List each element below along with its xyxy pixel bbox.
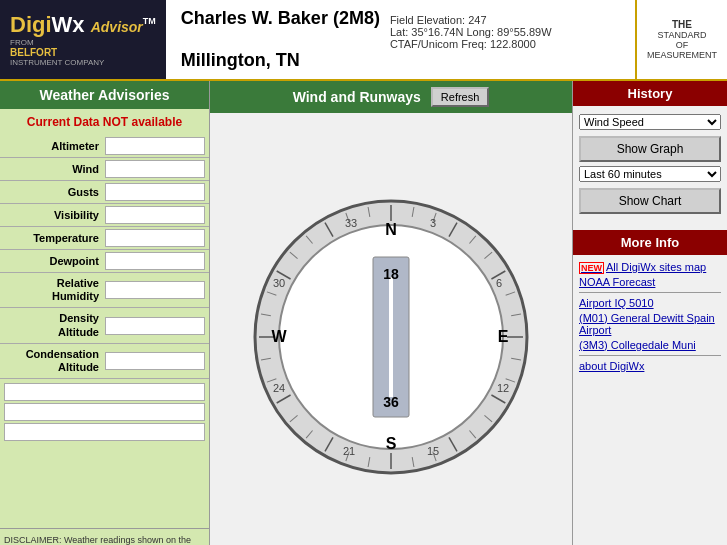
temperature-value	[105, 229, 205, 247]
main-layout: Weather Advisories Current Data NOT avai…	[0, 81, 727, 545]
gusts-label: Gusts	[0, 182, 105, 202]
logo-advisor: Advisor	[91, 19, 143, 35]
wind-runways-panel: Wind and Runways Refresh	[210, 81, 572, 545]
compass-num-3: 3	[430, 217, 436, 229]
wind-speed-select[interactable]: Wind Speed Altimeter Temperature Dewpoin…	[579, 114, 721, 130]
collegedale-link[interactable]: (3M3) Collegedale Muni	[579, 339, 721, 351]
compass: N S E W 33 3 6 12 15 21 24 30	[251, 197, 531, 477]
compass-west-label: W	[271, 328, 287, 345]
compass-south-label: S	[386, 435, 397, 452]
altimeter-label: Altimeter	[0, 136, 105, 156]
compass-svg: N S E W 33 3 6 12 15 21 24 30	[251, 197, 531, 477]
density-altitude-row: DensityAltitude	[0, 308, 209, 343]
altimeter-row: Altimeter	[0, 135, 209, 158]
condensation-altitude-row: CondensationAltitude	[0, 344, 209, 379]
history-section: Wind Speed Altimeter Temperature Dewpoin…	[573, 106, 727, 226]
condensation-altitude-label: CondensationAltitude	[0, 344, 105, 378]
humidity-value	[105, 281, 205, 299]
compass-num-30: 30	[273, 277, 285, 289]
sidebar-line-1	[4, 383, 205, 401]
logo-instrument: INSTRUMENT COMPANY	[10, 58, 156, 67]
history-title: History	[573, 81, 727, 106]
logo-wx: Wx	[52, 12, 85, 37]
more-info-title: More Info	[573, 230, 727, 255]
standard-line4: MEASUREMENT	[647, 50, 717, 60]
separator-1	[579, 292, 721, 293]
temperature-row: Temperature	[0, 227, 209, 250]
weather-sidebar: Weather Advisories Current Data NOT avai…	[0, 81, 210, 545]
condensation-altitude-value	[105, 352, 205, 370]
sidebar-extra-lines	[0, 379, 209, 447]
density-altitude-label: DensityAltitude	[0, 308, 105, 342]
time-range-select[interactable]: Last 60 minutes Last 3 hours Last 24 hou…	[579, 166, 721, 182]
visibility-label: Visibility	[0, 205, 105, 225]
show-chart-button[interactable]: Show Chart	[579, 188, 721, 214]
logo-belfort: BELFORT	[10, 47, 156, 58]
standard-line3: OF	[676, 40, 689, 50]
visibility-value	[105, 206, 205, 224]
weather-advisories-title: Weather Advisories	[0, 81, 209, 109]
logo-digi: Digi	[10, 12, 52, 37]
compass-num-21: 21	[343, 445, 355, 457]
about-digiwx-link[interactable]: about DigiWx	[579, 360, 721, 372]
gusts-value	[105, 183, 205, 201]
station-elevation: Field Elevation: 247	[390, 14, 552, 26]
gusts-row: Gusts	[0, 181, 209, 204]
current-data-message: Current Data NOT available	[0, 109, 209, 135]
dewpoint-label: Dewpoint	[0, 251, 105, 271]
wind-value	[105, 160, 205, 178]
compass-num-6: 6	[496, 277, 502, 289]
compass-num-24: 24	[273, 382, 285, 394]
compass-north-label: N	[385, 221, 397, 238]
logo-tm: TM	[143, 16, 156, 26]
compass-east-label: E	[498, 328, 509, 345]
all-digiwx-link[interactable]: NEWAll DigiWx sites map	[579, 261, 721, 273]
wind-runways-header: Wind and Runways Refresh	[210, 81, 572, 113]
show-graph-button[interactable]: Show Graph	[579, 136, 721, 162]
compass-num-15: 15	[427, 445, 439, 457]
dewpoint-value	[105, 252, 205, 270]
standard-line1: THE	[672, 19, 692, 30]
visibility-row: Visibility	[0, 204, 209, 227]
noaa-forecast-link[interactable]: NOAA Forecast	[579, 276, 721, 288]
airport-iq-link[interactable]: Airport IQ 5010	[579, 297, 721, 309]
standard-line2: STANDARD	[658, 30, 707, 40]
logo: DigiWx AdvisorTM	[10, 12, 156, 38]
station-info: Charles W. Baker (2M8) Field Elevation: …	[166, 0, 637, 79]
altimeter-value	[105, 137, 205, 155]
standard-area: THE STANDARD OF MEASUREMENT	[637, 0, 727, 79]
runway-num-top: 18	[383, 266, 399, 282]
sidebar-line-3	[4, 423, 205, 441]
station-name: Charles W. Baker (2M8)	[181, 8, 380, 29]
density-altitude-value	[105, 317, 205, 335]
disclaimer: DISCLAIMER: Weather readings shown on th…	[0, 528, 209, 545]
dewpoint-row: Dewpoint	[0, 250, 209, 273]
right-sidebar: History Wind Speed Altimeter Temperature…	[572, 81, 727, 545]
wind-runways-title: Wind and Runways	[293, 89, 421, 105]
compass-num-12: 12	[497, 382, 509, 394]
logo-area: DigiWx AdvisorTM FROM BELFORT INSTRUMENT…	[0, 0, 166, 79]
station-location: Millington, TN	[181, 50, 620, 71]
refresh-button[interactable]: Refresh	[431, 87, 490, 107]
runway-num-bottom: 36	[383, 394, 399, 410]
separator-2	[579, 355, 721, 356]
station-freq: CTAF/Unicom Freq: 122.8000	[390, 38, 552, 50]
more-info-section: NEWAll DigiWx sites map NOAA Forecast Ai…	[573, 255, 727, 381]
compass-num-33: 33	[345, 217, 357, 229]
humidity-row: RelativeHumidity	[0, 273, 209, 308]
header: DigiWx AdvisorTM FROM BELFORT INSTRUMENT…	[0, 0, 727, 81]
logo-from: FROM	[10, 38, 156, 47]
station-latlong: Lat: 35°16.74N Long: 89°55.89W	[390, 26, 552, 38]
runway-stripe	[389, 277, 393, 397]
sidebar-line-2	[4, 403, 205, 421]
new-badge: NEW	[579, 262, 604, 274]
compass-area: N S E W 33 3 6 12 15 21 24 30	[210, 113, 572, 545]
humidity-label: RelativeHumidity	[0, 273, 105, 307]
general-dewitt-link[interactable]: (M01) General Dewitt Spain Airport	[579, 312, 721, 336]
temperature-label: Temperature	[0, 228, 105, 248]
wind-row: Wind	[0, 158, 209, 181]
wind-label: Wind	[0, 159, 105, 179]
